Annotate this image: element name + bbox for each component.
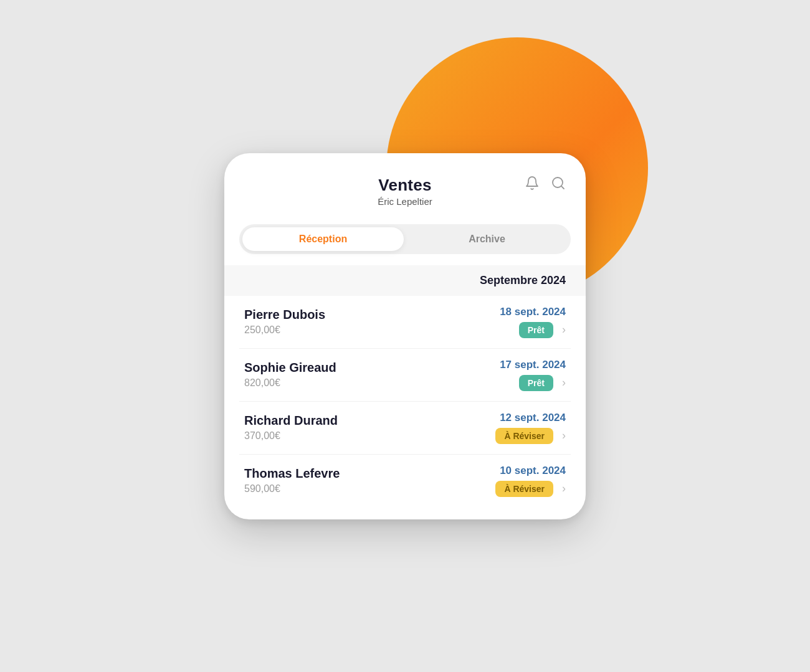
item-date: 18 sept. 2024 xyxy=(500,306,566,318)
list-item[interactable]: Sophie Gireaud 820,00€ 17 sept. 2024 Prê… xyxy=(239,349,571,402)
main-card: Ventes Éric Lepeltier xyxy=(224,153,586,519)
list-item[interactable]: Richard Durand 370,00€ 12 sept. 2024 À R… xyxy=(239,402,571,455)
item-date: 17 sept. 2024 xyxy=(500,359,566,371)
status-badge: Prêt xyxy=(519,322,553,338)
item-status-row: Prêt › xyxy=(519,322,566,338)
item-right: 18 sept. 2024 Prêt › xyxy=(500,306,566,338)
status-badge: Prêt xyxy=(519,375,553,391)
header-icons xyxy=(525,176,566,193)
item-name: Pierre Dubois xyxy=(244,308,325,322)
page-title: Ventes xyxy=(378,176,432,195)
header: Ventes Éric Lepeltier xyxy=(224,153,586,219)
tab-bar: Réception Archive xyxy=(239,224,571,254)
item-right: 17 sept. 2024 Prêt › xyxy=(500,359,566,391)
item-date: 10 sept. 2024 xyxy=(500,465,566,477)
scene: Ventes Éric Lepeltier xyxy=(162,37,648,635)
tab-archive[interactable]: Archive xyxy=(406,227,568,251)
item-amount: 590,00€ xyxy=(244,483,340,495)
item-status-row: À Réviser › xyxy=(495,481,566,497)
month-label: Septembre 2024 xyxy=(244,274,566,287)
item-status-row: À Réviser › xyxy=(495,428,566,444)
item-amount: 250,00€ xyxy=(244,324,325,336)
tab-reception[interactable]: Réception xyxy=(242,227,404,251)
list-item[interactable]: Pierre Dubois 250,00€ 18 sept. 2024 Prêt… xyxy=(239,296,571,349)
item-right: 10 sept. 2024 À Réviser › xyxy=(495,465,566,497)
item-name: Richard Durand xyxy=(244,414,338,428)
item-name: Thomas Lefevre xyxy=(244,466,340,481)
search-icon[interactable] xyxy=(551,176,566,193)
item-date: 12 sept. 2024 xyxy=(500,412,566,424)
svg-line-1 xyxy=(561,186,564,188)
item-right: 12 sept. 2024 À Réviser › xyxy=(495,412,566,444)
item-left: Sophie Gireaud 820,00€ xyxy=(244,361,336,389)
item-name: Sophie Gireaud xyxy=(244,361,336,375)
chevron-right-icon: › xyxy=(562,429,566,442)
item-status-row: Prêt › xyxy=(519,375,566,391)
notification-icon[interactable] xyxy=(525,176,540,193)
status-badge: À Réviser xyxy=(495,428,553,444)
items-list: Pierre Dubois 250,00€ 18 sept. 2024 Prêt… xyxy=(224,296,586,507)
list-item[interactable]: Thomas Lefevre 590,00€ 10 sept. 2024 À R… xyxy=(239,455,571,507)
item-amount: 370,00€ xyxy=(244,430,338,442)
chevron-right-icon: › xyxy=(562,376,566,389)
item-left: Thomas Lefevre 590,00€ xyxy=(244,466,340,495)
user-name: Éric Lepeltier xyxy=(378,196,432,207)
item-left: Pierre Dubois 250,00€ xyxy=(244,308,325,336)
chevron-right-icon: › xyxy=(562,323,566,336)
item-left: Richard Durand 370,00€ xyxy=(244,414,338,442)
status-badge: À Réviser xyxy=(495,481,553,497)
month-header: Septembre 2024 xyxy=(224,265,586,296)
item-amount: 820,00€ xyxy=(244,377,336,389)
chevron-right-icon: › xyxy=(562,482,566,495)
